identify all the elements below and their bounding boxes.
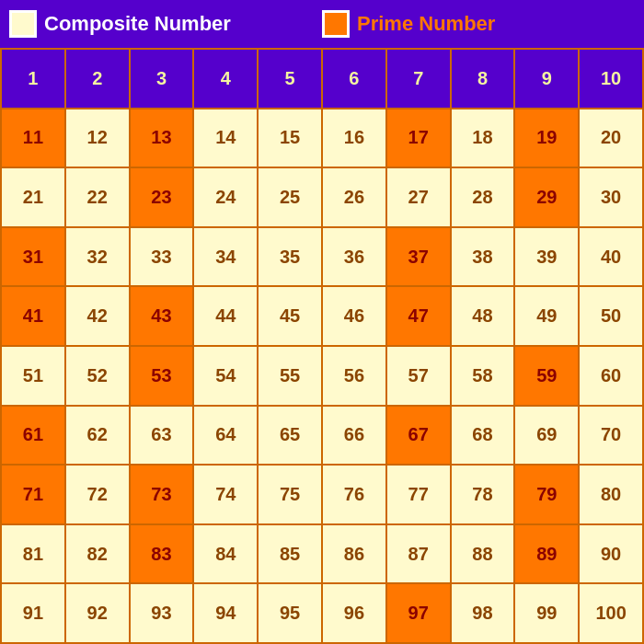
cell-70: 70 [580, 407, 644, 466]
cell-66: 66 [323, 407, 387, 466]
legend-composite: Composite Number [9, 10, 322, 38]
cell-77: 77 [387, 466, 452, 525]
cell-86: 86 [323, 525, 387, 585]
cell-13: 13 [131, 109, 195, 169]
cell-71: 71 [2, 466, 66, 525]
cell-32: 32 [66, 228, 131, 288]
cell-49: 49 [515, 287, 580, 347]
cell-10: 10 [580, 50, 644, 109]
cell-33: 33 [131, 228, 195, 288]
cell-17: 17 [387, 109, 452, 169]
prime-label: Prime Number [357, 12, 495, 36]
cell-100: 100 [580, 584, 644, 644]
cell-97: 97 [387, 584, 452, 644]
cell-92: 92 [66, 584, 131, 644]
cell-54: 54 [194, 347, 259, 407]
cell-8: 8 [452, 50, 516, 109]
cell-15: 15 [259, 109, 323, 169]
cell-27: 27 [387, 168, 452, 228]
cell-95: 95 [259, 584, 323, 644]
main-container: Composite Number Prime Number 1234567891… [0, 0, 644, 644]
cell-19: 19 [515, 109, 580, 169]
legend-prime: Prime Number [322, 10, 635, 38]
cell-94: 94 [194, 584, 259, 644]
cell-48: 48 [452, 287, 516, 347]
cell-61: 61 [2, 407, 66, 466]
cell-51: 51 [2, 347, 66, 407]
legend-bar: Composite Number Prime Number [0, 0, 644, 48]
cell-91: 91 [2, 584, 66, 644]
cell-68: 68 [452, 407, 516, 466]
cell-90: 90 [580, 525, 644, 585]
cell-38: 38 [452, 228, 516, 288]
cell-81: 81 [2, 525, 66, 585]
cell-83: 83 [131, 525, 195, 585]
cell-80: 80 [580, 466, 644, 525]
cell-44: 44 [194, 287, 259, 347]
cell-9: 9 [515, 50, 580, 109]
cell-39: 39 [515, 228, 580, 288]
cell-55: 55 [259, 347, 323, 407]
cell-76: 76 [323, 466, 387, 525]
cell-87: 87 [387, 525, 452, 585]
cell-50: 50 [580, 287, 644, 347]
cell-64: 64 [194, 407, 259, 466]
cell-52: 52 [66, 347, 131, 407]
cell-5: 5 [259, 50, 323, 109]
cell-30: 30 [580, 168, 644, 228]
cell-26: 26 [323, 168, 387, 228]
cell-14: 14 [194, 109, 259, 169]
composite-swatch [9, 10, 37, 38]
cell-28: 28 [452, 168, 516, 228]
cell-93: 93 [131, 584, 195, 644]
cell-6: 6 [323, 50, 387, 109]
cell-60: 60 [580, 347, 644, 407]
cell-35: 35 [259, 228, 323, 288]
cell-37: 37 [387, 228, 452, 288]
cell-24: 24 [194, 168, 259, 228]
cell-84: 84 [194, 525, 259, 585]
cell-88: 88 [452, 525, 516, 585]
cell-31: 31 [2, 228, 66, 288]
prime-swatch [322, 10, 350, 38]
cell-40: 40 [580, 228, 644, 288]
cell-4: 4 [194, 50, 259, 109]
cell-79: 79 [515, 466, 580, 525]
cell-3: 3 [131, 50, 195, 109]
cell-78: 78 [452, 466, 516, 525]
cell-56: 56 [323, 347, 387, 407]
cell-69: 69 [515, 407, 580, 466]
cell-74: 74 [194, 466, 259, 525]
cell-57: 57 [387, 347, 452, 407]
cell-36: 36 [323, 228, 387, 288]
cell-96: 96 [323, 584, 387, 644]
cell-25: 25 [259, 168, 323, 228]
cell-22: 22 [66, 168, 131, 228]
composite-label: Composite Number [44, 12, 231, 36]
cell-47: 47 [387, 287, 452, 347]
cell-29: 29 [515, 168, 580, 228]
cell-1: 1 [2, 50, 66, 109]
cell-11: 11 [2, 109, 66, 169]
number-grid: 1234567891011121314151617181920212223242… [0, 48, 644, 644]
cell-18: 18 [452, 109, 516, 169]
cell-67: 67 [387, 407, 452, 466]
cell-2: 2 [66, 50, 131, 109]
cell-58: 58 [452, 347, 516, 407]
cell-53: 53 [131, 347, 195, 407]
cell-98: 98 [452, 584, 516, 644]
cell-21: 21 [2, 168, 66, 228]
cell-12: 12 [66, 109, 131, 169]
cell-72: 72 [66, 466, 131, 525]
cell-59: 59 [515, 347, 580, 407]
cell-7: 7 [387, 50, 452, 109]
cell-41: 41 [2, 287, 66, 347]
cell-65: 65 [259, 407, 323, 466]
cell-46: 46 [323, 287, 387, 347]
cell-75: 75 [259, 466, 323, 525]
cell-20: 20 [580, 109, 644, 169]
cell-16: 16 [323, 109, 387, 169]
cell-34: 34 [194, 228, 259, 288]
cell-63: 63 [131, 407, 195, 466]
cell-62: 62 [66, 407, 131, 466]
